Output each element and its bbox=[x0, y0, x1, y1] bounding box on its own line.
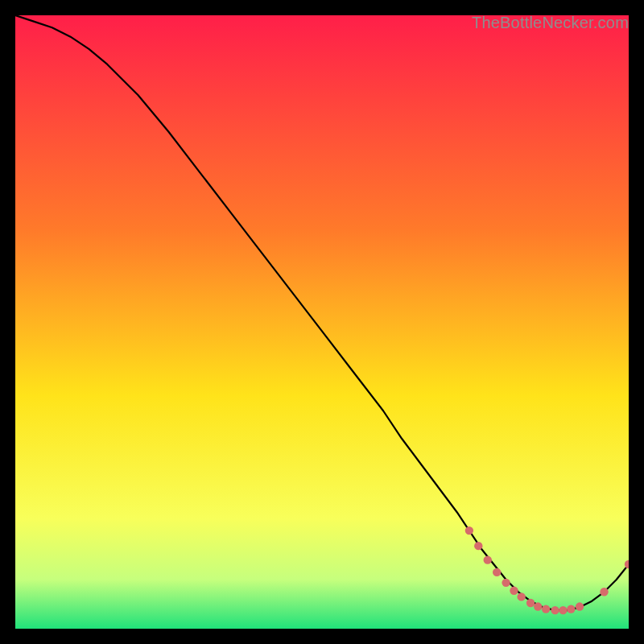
curve-marker bbox=[474, 542, 482, 550]
curve-marker bbox=[567, 605, 575, 613]
curve-marker bbox=[517, 592, 525, 601]
curve-marker bbox=[551, 606, 559, 614]
curve-marker bbox=[510, 587, 518, 595]
curve-marker bbox=[576, 602, 584, 610]
curve-marker bbox=[526, 599, 535, 607]
gradient-background bbox=[15, 15, 629, 629]
bottleneck-chart bbox=[15, 15, 629, 629]
curve-marker bbox=[493, 568, 501, 576]
curve-marker bbox=[542, 605, 550, 613]
curve-marker bbox=[559, 606, 567, 614]
curve-marker bbox=[600, 588, 608, 596]
chart-frame: TheBottleNecker.com bbox=[15, 15, 629, 629]
curve-marker bbox=[534, 602, 542, 610]
curve-marker bbox=[502, 579, 510, 587]
curve-marker bbox=[484, 555, 492, 564]
curve-marker bbox=[465, 526, 473, 535]
watermark-text: TheBottleNecker.com bbox=[472, 14, 629, 32]
